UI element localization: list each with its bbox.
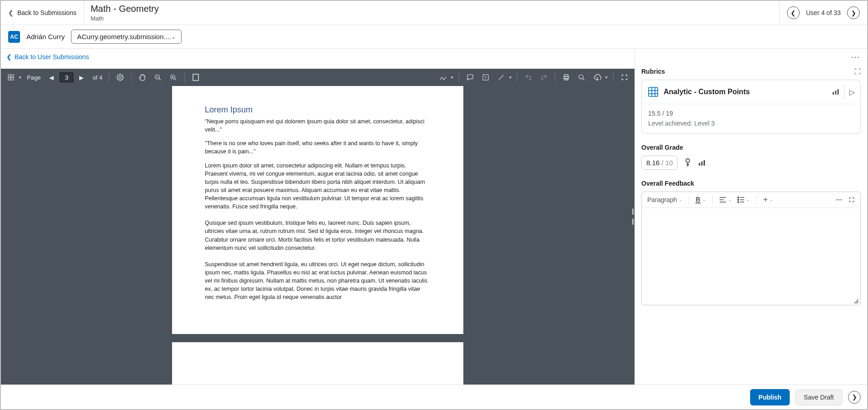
spacer: [1, 65, 635, 69]
page-number-input[interactable]: [60, 72, 73, 82]
document-quote-1: "Neque porro quisquam est qui dolorem ip…: [205, 117, 431, 134]
overall-grade-label: Overall Grade: [641, 144, 861, 151]
document-paragraph-1: Lorem ipsum dolor sit amet, consectetur …: [205, 162, 431, 211]
svg-rect-22: [649, 87, 658, 96]
svg-point-4: [119, 76, 121, 78]
freehand-tool-icon[interactable]: [436, 71, 450, 84]
prev-user-button[interactable]: ❮: [787, 6, 800, 19]
redo-icon[interactable]: [537, 71, 551, 84]
insert-button[interactable]: + ⌄: [761, 196, 776, 204]
page-label: Page: [24, 74, 43, 81]
resize-grip-icon[interactable]: ◢: [853, 297, 858, 304]
back-to-user-submissions-link[interactable]: ❮ Back to User Submissions: [1, 49, 635, 65]
svg-line-6: [159, 78, 161, 80]
expand-icon[interactable]: ⛶: [854, 68, 861, 75]
rubrics-heading: Rubrics ⛶: [641, 68, 861, 75]
document-page: Lorem Ipsum "Neque porro quisquam est qu…: [172, 86, 463, 334]
next-page-button[interactable]: ▶: [74, 71, 89, 84]
list-icon: [737, 197, 745, 203]
document-paragraph-3: Suspendisse sit amet hendrerit ligula, e…: [205, 260, 431, 302]
settings-icon[interactable]: [113, 71, 127, 84]
expand-rubric-icon[interactable]: ▷: [849, 88, 855, 96]
download-caret-icon[interactable]: ▾: [604, 75, 609, 80]
title-area: Math - Geometry Math: [84, 1, 779, 25]
svg-rect-12: [193, 74, 198, 81]
back-to-submissions-label: Back to Submissions: [17, 9, 76, 16]
viewer-pane: ❮ Back to User Submissions ▾ Page ◀ ▶ of…: [1, 49, 635, 385]
student-avatar: AC: [8, 31, 20, 43]
svg-point-40: [737, 199, 739, 201]
panel-more-icon[interactable]: ⋯: [851, 51, 861, 62]
svg-point-30: [686, 159, 690, 162]
text-tool-icon[interactable]: T: [478, 71, 493, 84]
print-icon[interactable]: [559, 71, 574, 84]
list-button[interactable]: ⌄: [736, 196, 752, 204]
bold-icon: B: [695, 196, 700, 203]
overall-feedback-label: Overall Feedback: [641, 180, 861, 187]
svg-line-20: [583, 78, 584, 80]
prev-page-button[interactable]: ◀: [44, 71, 59, 84]
document-quote-2: "There is no one who loves pain itself, …: [205, 139, 431, 156]
footer-bar: Publish Save Draft ❯: [1, 385, 867, 409]
editor-fullscreen-icon[interactable]: [847, 196, 857, 204]
bold-button[interactable]: B ⌄: [694, 195, 707, 204]
chevron-left-icon: ❮: [8, 9, 14, 16]
download-icon[interactable]: [590, 71, 604, 84]
freehand-caret-icon[interactable]: ▾: [449, 75, 455, 80]
footer-next-button[interactable]: ❯: [848, 391, 861, 404]
pan-tool-icon[interactable]: [135, 71, 150, 84]
rubric-level: Level achieved: Level 3: [648, 120, 854, 127]
grade-suggestion-icon[interactable]: [684, 158, 691, 167]
stats-icon[interactable]: [832, 88, 840, 96]
svg-rect-27: [832, 92, 834, 95]
page-title: Math - Geometry: [91, 4, 773, 14]
panel-resize-handle[interactable]: [632, 208, 635, 225]
svg-rect-28: [835, 91, 837, 95]
fit-page-icon[interactable]: [188, 71, 203, 84]
align-button[interactable]: ⌄: [717, 196, 734, 204]
header-bar: ❮ Back to Submissions Math - Geometry Ma…: [1, 1, 867, 25]
rubrics-label: Rubrics: [641, 68, 665, 75]
view-controls-caret-icon[interactable]: ▾: [17, 75, 23, 80]
student-bar: AC Adrián Curry ACurry.geometry.submissi…: [1, 25, 867, 49]
format-dropdown[interactable]: Paragraph ⌄: [645, 195, 684, 204]
line-tool-icon[interactable]: [494, 71, 508, 84]
note-tool-icon[interactable]: [463, 71, 477, 84]
svg-rect-34: [701, 162, 703, 166]
user-counter: User 4 of 33: [806, 9, 841, 16]
chevron-down-icon: ⌄: [702, 197, 706, 202]
rubric-score: 15.5 / 19: [648, 110, 854, 117]
feedback-textarea[interactable]: ◢: [642, 208, 860, 305]
editor-toolbar: Paragraph ⌄ B ⌄ ⌄ ⌄: [642, 192, 860, 208]
grade-row: 8.16 / 10: [641, 156, 861, 170]
grade-input[interactable]: 8.16 / 10: [641, 156, 678, 170]
svg-line-9: [174, 78, 176, 80]
line-caret-icon[interactable]: ▾: [508, 75, 513, 80]
grade-stats-icon[interactable]: [698, 159, 706, 167]
publish-button[interactable]: Publish: [750, 389, 790, 405]
fullscreen-icon[interactable]: [617, 71, 632, 84]
rubric-header[interactable]: Analytic - Custom Points ▷: [642, 80, 860, 104]
chevron-down-icon: ⌄: [171, 34, 176, 40]
view-controls-icon[interactable]: [4, 71, 18, 84]
student-name: Adrián Curry: [26, 33, 65, 40]
zoom-out-icon[interactable]: [151, 71, 165, 84]
editor-more-icon[interactable]: ⋯: [834, 195, 845, 204]
align-left-icon: [719, 197, 726, 203]
svg-line-15: [499, 75, 504, 80]
document-scroll[interactable]: Lorem Ipsum "Neque porro quisquam est qu…: [1, 86, 635, 385]
save-draft-button[interactable]: Save Draft: [795, 389, 843, 405]
zoom-in-icon[interactable]: [166, 71, 181, 84]
undo-icon[interactable]: [521, 71, 536, 84]
svg-rect-16: [564, 75, 568, 76]
plus-icon: +: [763, 197, 768, 203]
next-user-button[interactable]: ❯: [847, 6, 860, 19]
grade-denominator: / 10: [661, 159, 673, 167]
svg-rect-0: [8, 75, 10, 77]
rubric-body: 15.5 / 19 Level achieved: Level 3: [642, 104, 860, 133]
rubric-card: Analytic - Custom Points ▷ 15.5 / 19 Lev…: [641, 80, 861, 134]
file-dropdown[interactable]: ACurry.geometry.submission.... ⌄: [71, 30, 182, 44]
page-subtitle: Math: [91, 15, 773, 22]
search-icon[interactable]: [574, 71, 589, 84]
back-to-submissions-button[interactable]: ❮ Back to Submissions: [1, 1, 84, 25]
